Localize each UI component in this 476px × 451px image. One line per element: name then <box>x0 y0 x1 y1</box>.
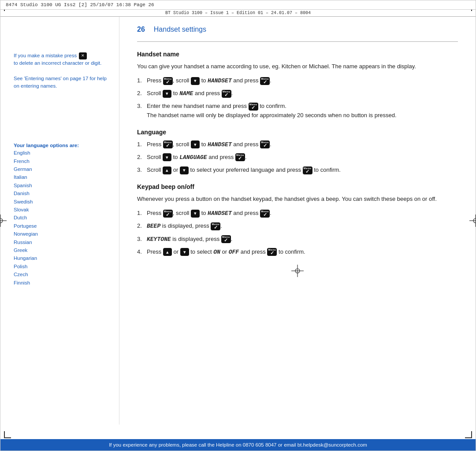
language-item: Danish <box>14 189 110 197</box>
scroll-down-2: ▾ <box>163 90 171 98</box>
delete-icon: ✕ <box>79 52 87 59</box>
handset-name-steps: 1. Press Menu✓, scroll ▾ to HANDSET and … <box>137 76 458 120</box>
sidebar-languages: Your language options are: EnglishFrench… <box>14 143 110 287</box>
crosshair-bottom <box>291 265 304 277</box>
bottom-crosshair <box>137 265 458 278</box>
language-heading: Language <box>137 129 458 136</box>
print-info: 8474 Studio 3100 UG Iss2 [2] 25/10/07 16… <box>6 2 154 7</box>
menu-btn-11: Menu✓ <box>211 222 220 230</box>
menu-btn-4: Menu✓ <box>249 103 258 111</box>
sub-header-bar: BT Studio 3100 – Issue 1 – Edition 01 – … <box>0 10 476 17</box>
page-header: 26 Handset settings <box>137 26 458 33</box>
language-item: Slovak <box>14 206 110 214</box>
top-bar: 8474 Studio 3100 UG Iss2 [2] 25/10/07 16… <box>0 0 476 10</box>
page-number: 26 <box>137 26 145 33</box>
crosshair-left <box>0 214 7 227</box>
language-item: Italian <box>14 173 110 181</box>
scroll-down-1: ▾ <box>191 77 200 85</box>
header-rule <box>137 41 458 42</box>
menu-btn-12: Menu✓ <box>221 235 231 243</box>
step-lang-1: 1. Press Menu✓, scroll ▾ to HANDSET and … <box>137 140 458 149</box>
step-kb-2: 2. BEEP is displayed, press Menu✓. <box>137 222 458 231</box>
keypad-beep-para: Whenever you press a button on the hands… <box>137 195 458 203</box>
menu-btn-8: Menu✓ <box>303 166 312 174</box>
keypad-beep-heading: Keypad beep on/off <box>137 183 458 190</box>
crosshair-right <box>469 214 476 227</box>
main-content: 26 Handset settings Handset name You can… <box>119 17 476 425</box>
language-list: EnglishFrenchGermanItalianSpanishDanishS… <box>14 149 110 287</box>
scroll-down-3: ▾ <box>191 140 200 148</box>
handset-name-heading: Handset name <box>137 51 458 58</box>
language-item: Swedish <box>14 198 110 206</box>
language-title: Your language options are: <box>14 143 110 148</box>
keypad-beep-steps: 1. Press Menu✓, scroll ▾ to HANDSET and … <box>137 209 458 257</box>
scroll-up-2: ▴ <box>163 248 172 256</box>
menu-btn-13: Menu✓ <box>267 248 277 256</box>
handset-name-para: You can give your handset a name accordi… <box>137 62 458 71</box>
scroll-down-7: ▾ <box>180 248 189 256</box>
menu-btn-1: Menu✓ <box>163 77 173 85</box>
language-item: French <box>14 157 110 165</box>
language-steps: 1. Press Menu✓, scroll ▾ to HANDSET and … <box>137 140 458 174</box>
step-kb-3: 3. KEYTONE is displayed, press Menu✓. <box>137 235 458 244</box>
language-item: Finnish <box>14 279 110 287</box>
tip-text2: to delete an incorrect character or digi… <box>14 60 101 66</box>
scroll-up-1: ▴ <box>163 166 171 174</box>
content-area: If you make a mistake press ✕ to delete … <box>0 17 476 425</box>
language-item: German <box>14 165 110 173</box>
menu-btn-2: Menu✓ <box>260 77 270 85</box>
sidebar: If you make a mistake press ✕ to delete … <box>0 17 119 425</box>
language-item: Norwegian <box>14 230 110 238</box>
menu-btn-7: Menu✓ <box>235 153 245 161</box>
corner-mark-bl <box>4 431 11 438</box>
step-lang-2: 2. Scroll ▾ to LANGUAGE and press Menu✓. <box>137 153 458 162</box>
menu-btn-5: Menu✓ <box>163 140 173 148</box>
step-hn-1: 1. Press Menu✓, scroll ▾ to HANDSET and … <box>137 76 458 85</box>
menu-btn-3: Menu✓ <box>222 90 231 98</box>
step-kb-1: 1. Press Menu✓, scroll ▾ to HANDSET and … <box>137 209 458 218</box>
language-item: English <box>14 149 110 157</box>
menu-btn-9: Menu✓ <box>163 210 173 218</box>
step-hn-2: 2. Scroll ▾ to NAME and press Menu✓. <box>137 89 458 98</box>
page-wrapper: 8474 Studio 3100 UG Iss2 [2] 25/10/07 16… <box>0 0 476 451</box>
menu-btn-10: Menu✓ <box>260 210 270 218</box>
language-item: Spanish <box>14 181 110 189</box>
step-kb-4: 4. Press ▴ or ▾ to select ON or OFF and … <box>137 248 458 257</box>
corner-mark-br <box>465 431 472 438</box>
scroll-down-5: ▾ <box>180 166 189 174</box>
step-lang-3: 3. Scroll ▴ or ▾ to select your preferre… <box>137 166 458 174</box>
page-footer: If you experience any problems, please c… <box>0 439 476 451</box>
footer-text: If you experience any problems, please c… <box>109 442 367 447</box>
scroll-down-6: ▾ <box>191 210 200 218</box>
language-item: Dutch <box>14 214 110 222</box>
language-item: Hungarian <box>14 254 110 262</box>
tip-text1: If you make a mistake press <box>14 53 77 58</box>
language-item: Portugese <box>14 222 110 230</box>
tip-link: See 'Entering names' on page 17 for help… <box>14 76 107 89</box>
sidebar-tip: If you make a mistake press ✕ to delete … <box>14 52 110 90</box>
language-item: Czech <box>14 270 110 278</box>
language-item: Greek <box>14 246 110 254</box>
sub-info: BT Studio 3100 – Issue 1 – Edition 01 – … <box>165 11 311 15</box>
step-hn-3: 3. Enter the new handset name and press … <box>137 102 458 119</box>
page-title: Handset settings <box>154 26 206 33</box>
language-item: Polish <box>14 262 110 270</box>
menu-btn-6: Menu✓ <box>260 140 270 148</box>
scroll-down-4: ▾ <box>163 153 171 161</box>
language-item: Russian <box>14 238 110 246</box>
